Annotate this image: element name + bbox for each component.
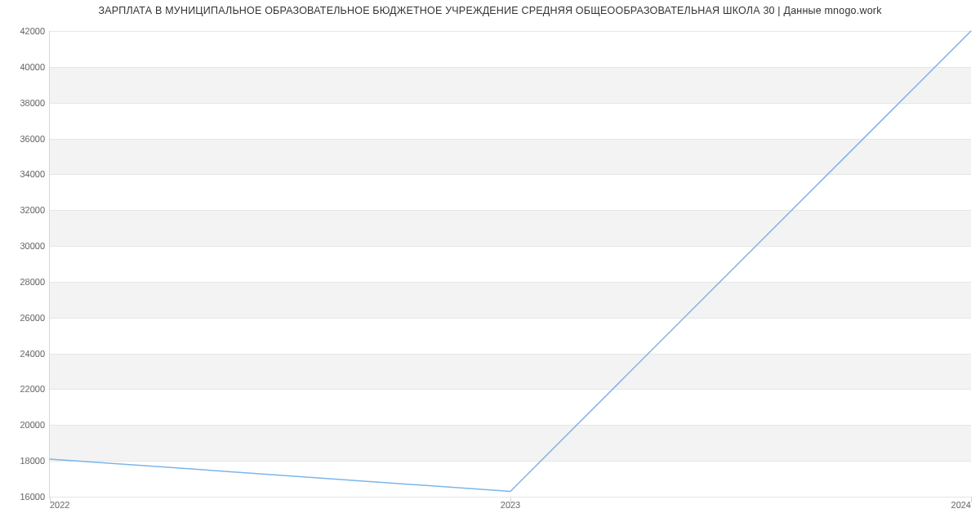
y-tick-label: 16000	[11, 492, 45, 502]
y-tick-label: 40000	[11, 62, 45, 72]
y-tick-label: 28000	[11, 277, 45, 287]
y-tick-label: 18000	[11, 456, 45, 466]
y-tick-label: 22000	[11, 384, 45, 394]
y-tick-label: 38000	[11, 98, 45, 108]
y-tick-label: 34000	[11, 169, 45, 179]
y-tick-label: 26000	[11, 313, 45, 323]
y-tick-label: 36000	[11, 134, 45, 144]
chart-container: ЗАРПЛАТА В МУНИЦИПАЛЬНОЕ ОБРАЗОВАТЕЛЬНОЕ…	[0, 0, 980, 531]
y-tick-label: 24000	[11, 349, 45, 359]
x-tick-label: 2023	[501, 500, 520, 510]
y-tick-label: 30000	[11, 241, 45, 251]
y-tick-label: 20000	[11, 420, 45, 430]
x-tick-label: 2022	[50, 500, 69, 510]
chart-title: ЗАРПЛАТА В МУНИЦИПАЛЬНОЕ ОБРАЗОВАТЕЛЬНОЕ…	[0, 5, 980, 16]
y-tick-label: 42000	[11, 26, 45, 36]
line-series	[50, 31, 971, 497]
x-tick-label: 2024	[951, 500, 971, 510]
x-tick-mark	[971, 497, 972, 502]
y-tick-label: 32000	[11, 205, 45, 215]
series-line	[50, 31, 971, 491]
plot-area: 1600018000200002200024000260002800030000…	[49, 31, 971, 498]
